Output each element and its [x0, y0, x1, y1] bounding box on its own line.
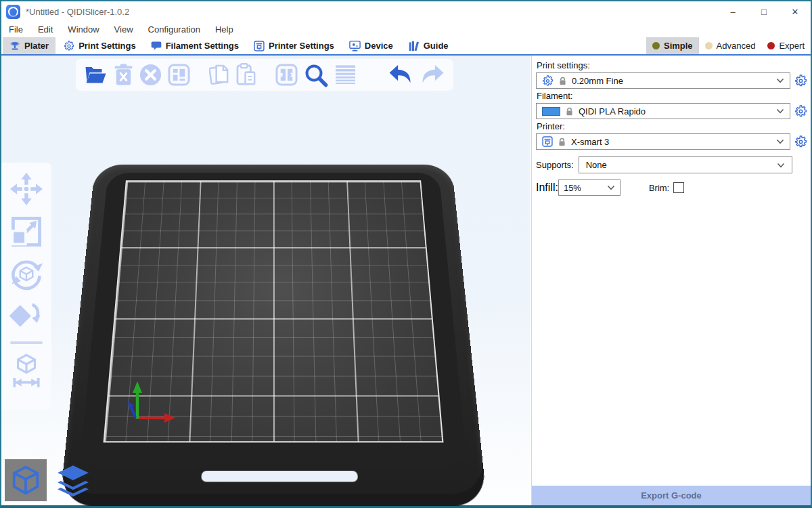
mode-advanced[interactable]: Advanced	[699, 37, 762, 54]
export-gcode-button[interactable]: Export G-code	[532, 486, 811, 505]
search-button[interactable]	[304, 63, 328, 87]
supports-label: Supports:	[536, 160, 574, 170]
arrange-button[interactable]	[168, 64, 190, 86]
tab-label: Guide	[424, 41, 449, 51]
menu-edit[interactable]: Edit	[30, 24, 60, 35]
infill-select[interactable]: 15%	[558, 179, 621, 196]
menu-help[interactable]: Help	[208, 24, 241, 35]
close-button[interactable]: ✕	[780, 1, 811, 22]
chevron-down-icon	[776, 139, 784, 144]
gear-icon	[794, 105, 807, 118]
copy-button[interactable]	[209, 63, 230, 87]
menu-configuration[interactable]: Configuration	[141, 24, 208, 35]
split-objects-icon	[275, 64, 298, 86]
tab-guide[interactable]: Guide	[401, 37, 455, 54]
tab-label: Print Settings	[78, 41, 136, 51]
gear-icon	[794, 75, 807, 87]
supports-select[interactable]: None	[579, 156, 792, 173]
preview-view-button[interactable]	[52, 459, 94, 501]
print-settings-value: 0.20mm Fine	[572, 76, 623, 86]
tab-device[interactable]: Device	[342, 37, 400, 54]
gizmo-toolbar	[1, 163, 51, 410]
3d-editor-view-button[interactable]	[5, 459, 47, 501]
filament-label: Filament:	[537, 91, 807, 101]
minimize-button[interactable]: –	[717, 1, 748, 22]
settings-sidebar: Print settings: 0.20mm Fine Filament: QI…	[531, 56, 811, 505]
printer-select[interactable]: X-smart 3	[536, 133, 790, 150]
chevron-down-icon	[777, 163, 785, 168]
tab-printer-settings[interactable]: Printer Settings	[247, 37, 341, 54]
paste-icon	[236, 63, 257, 87]
redo-icon	[420, 64, 445, 85]
menu-view[interactable]: View	[107, 24, 141, 35]
axes-indicator-icon	[125, 375, 179, 427]
tabbar: Plater Print Settings Filament Settings …	[1, 37, 811, 56]
redo-button[interactable]	[420, 64, 445, 85]
advanced-dot-icon	[705, 42, 713, 49]
menu-window[interactable]: Window	[60, 24, 106, 35]
titlebar: *Untitled - QIDISlicer-1.0.2 – □ ✕	[1, 1, 811, 22]
mode-expert[interactable]: Expert	[761, 37, 811, 54]
tab-plater[interactable]: Plater	[3, 37, 55, 54]
plater-icon	[9, 41, 20, 51]
copy-icon	[209, 63, 230, 87]
simple-dot-icon	[652, 42, 660, 49]
move-button[interactable]	[9, 172, 43, 206]
viewport-3d[interactable]	[1, 56, 531, 505]
print-settings-gear-button[interactable]	[794, 75, 807, 87]
expert-dot-icon	[767, 42, 775, 49]
infill-value: 15%	[564, 183, 581, 193]
undo-icon	[388, 64, 413, 85]
tab-filament-settings[interactable]: Filament Settings	[144, 37, 246, 54]
brim-checkbox[interactable]	[673, 182, 684, 193]
filament-color-swatch	[542, 107, 560, 116]
menu-file[interactable]: File	[1, 24, 30, 35]
delete-all-icon	[139, 64, 162, 86]
move-icon	[9, 172, 43, 206]
layer-lines-icon	[334, 64, 357, 85]
measure-button[interactable]	[10, 353, 43, 388]
lock-icon	[566, 107, 573, 116]
tab-print-settings[interactable]: Print Settings	[57, 37, 143, 54]
variable-layer-height-button[interactable]	[334, 64, 357, 85]
filament-select[interactable]: QIDI PLA Rapido	[536, 103, 790, 119]
delete-button[interactable]	[114, 64, 133, 86]
print-settings-select[interactable]: 0.20mm Fine	[536, 72, 790, 89]
measure-icon	[10, 353, 43, 388]
printer-gear-button[interactable]	[794, 135, 807, 148]
filament-value: QIDI PLA Rapido	[579, 106, 646, 117]
print-settings-label: Print settings:	[537, 60, 807, 70]
scale-button[interactable]	[9, 215, 43, 249]
toolbar-divider	[10, 341, 43, 344]
printer-label: Printer:	[537, 121, 807, 131]
mode-label: Simple	[664, 41, 693, 51]
plater-toolbar	[76, 59, 453, 91]
filament-gear-button[interactable]	[794, 105, 807, 118]
gear-icon	[64, 41, 74, 51]
window-title: *Untitled - QIDISlicer-1.0.2	[26, 7, 129, 17]
rotate-button[interactable]	[9, 257, 43, 291]
open-button[interactable]	[84, 65, 108, 85]
lock-icon	[558, 137, 566, 146]
gear-icon	[542, 75, 554, 87]
gear-icon	[794, 135, 807, 148]
guide-icon	[408, 41, 420, 51]
paste-button[interactable]	[236, 63, 257, 87]
view-switcher	[5, 459, 94, 501]
device-icon	[349, 41, 361, 51]
maximize-button[interactable]: □	[748, 1, 780, 22]
lock-icon	[559, 77, 566, 85]
mode-simple[interactable]: Simple	[646, 37, 699, 54]
tab-label: Device	[365, 41, 393, 51]
printer-value: X-smart 3	[571, 137, 609, 147]
delete-all-button[interactable]	[139, 64, 162, 86]
place-on-face-icon	[9, 300, 43, 333]
layers-icon	[55, 464, 91, 496]
app-logo-icon	[6, 5, 20, 19]
undo-button[interactable]	[388, 64, 413, 85]
rotate-icon	[9, 257, 43, 291]
split-objects-button[interactable]	[275, 64, 298, 86]
print-bed	[77, 135, 470, 501]
search-icon	[304, 63, 328, 87]
place-on-face-button[interactable]	[9, 300, 43, 333]
